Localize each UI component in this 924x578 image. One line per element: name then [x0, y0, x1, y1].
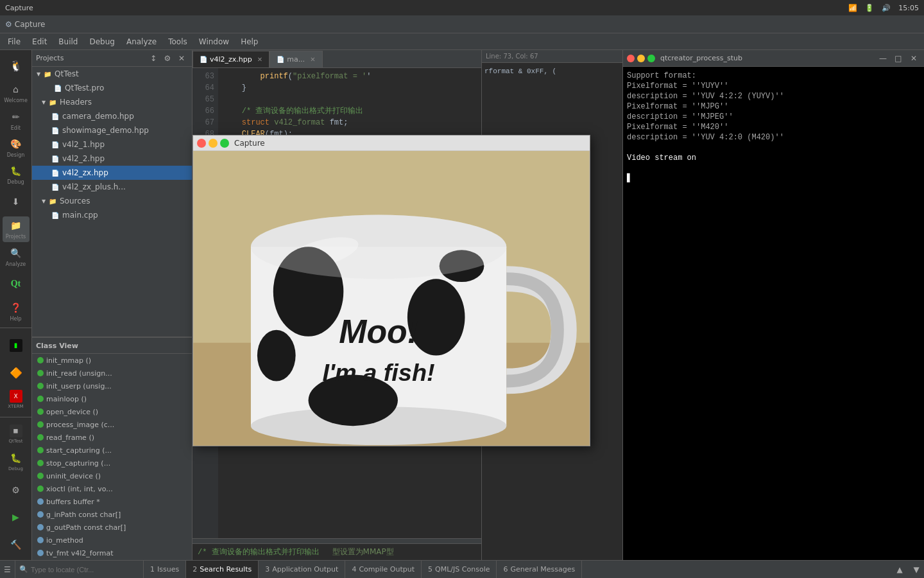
bottom-tab-compile-output[interactable]: 4 Compile Output [345, 561, 422, 578]
tree-item-v4l2-zx[interactable]: 📄 v4l2_zx.hpp [32, 166, 192, 180]
tree-item-main[interactable]: 📄 main.cpp [32, 208, 192, 222]
class-item-8[interactable]: stop_capturing (... [32, 457, 192, 469]
class-item-3[interactable]: mainloop () [32, 392, 192, 405]
class-item-10[interactable]: xioctl (int, int, vo... [32, 482, 192, 495]
class-item-5[interactable]: process_image (c... [32, 418, 192, 431]
projects-title: Projects [36, 54, 64, 62]
activity-icon-vlc[interactable]: 🔶 [3, 360, 30, 385]
bottom-tab-app-output[interactable]: 3 Application Output [259, 561, 345, 578]
close-btn[interactable]: ✕ [175, 52, 188, 65]
analyze-label: Analyze [6, 261, 26, 267]
tree-item-headers[interactable]: ▼ 📁 Headers [32, 95, 192, 109]
activity-icon-build2[interactable]: 🔨 [3, 532, 30, 557]
scroll-down-btn[interactable]: ▼ [909, 565, 924, 574]
terminal-menu-btn[interactable]: — [877, 52, 889, 65]
activity-icon-projects[interactable]: 📁 Projects [3, 216, 30, 242]
bottom-tab-issues[interactable]: 1 Issues [144, 561, 186, 578]
editor-tab-v4l2zx[interactable]: 📄 v4l2_zx.hpp ✕ [193, 51, 270, 67]
terminal-content[interactable]: Support format: Pixelformat = ''YUYV'' d… [623, 67, 924, 560]
activity-icon-analyze[interactable]: 🔍 Analyze [3, 243, 30, 269]
class-item-11[interactable]: buffers buffer * [32, 495, 192, 508]
xterm-label: XTERM [8, 404, 23, 409]
menu-build[interactable]: Build [53, 36, 83, 48]
bottom-tab-general-messages[interactable]: 6 General Messages [497, 561, 582, 578]
activity-icon-run[interactable]: ▶ [3, 504, 30, 530]
tree-item-qttest[interactable]: ▼ 📁 QtTest [32, 67, 192, 81]
activity-icon-download[interactable]: ⬇ [3, 189, 30, 215]
activity-icon-qttest[interactable]: ◼ QtTest [3, 421, 30, 447]
class-item-6[interactable]: read_frame () [32, 431, 192, 444]
activity-icon-qt[interactable]: Qt [3, 271, 30, 297]
search-input[interactable] [31, 566, 139, 574]
tab-close-v4l2zx[interactable]: ✕ [257, 56, 262, 63]
folder-icon: 📁 [42, 69, 53, 79]
class-item-0[interactable]: init_mmap () [32, 354, 192, 367]
sync-btn[interactable]: ↕ [147, 52, 160, 65]
activity-icon-welcome[interactable]: ⌂ Welcome [3, 80, 30, 105]
capture-max-btn[interactable] [220, 139, 229, 148]
activity-icon-edit[interactable]: ✏ Edit [3, 107, 30, 133]
class-item-label-12: g_inPath const char[] [46, 511, 121, 519]
editor-tab-ma[interactable]: 📄 ma... ✕ [270, 51, 322, 67]
menu-analyze[interactable]: Analyze [121, 36, 162, 48]
activity-icon-ubuntu[interactable]: 🐧 [3, 53, 30, 78]
class-dot-icon-10 [37, 486, 44, 492]
qt-icon: Qt [9, 277, 23, 291]
menu-tools[interactable]: Tools [163, 36, 193, 48]
activity-icon-settings[interactable]: ⚙ [3, 477, 30, 503]
system-bar: Capture 📶 🔋 🔊 15:05 [0, 0, 924, 15]
class-item-1[interactable]: init_read (unsign... [32, 367, 192, 380]
class-item-13[interactable]: g_outPath const char[] [32, 521, 192, 534]
bottom-tab-search-results[interactable]: 2 Search Results [186, 561, 259, 578]
mmap-text: 型设置为MMAP型 [332, 547, 394, 557]
menu-help[interactable]: Help [235, 36, 263, 48]
menu-debug[interactable]: Debug [84, 36, 119, 48]
tree-item-sources[interactable]: ▼ 📁 Sources [32, 194, 192, 208]
menu-edit[interactable]: Edit [27, 36, 52, 48]
arrow-icon: ▼ [35, 71, 42, 77]
class-item-4[interactable]: open_device () [32, 405, 192, 418]
terminal-close-x-btn[interactable]: ✕ [907, 52, 920, 65]
tree-item-v4l2-zx-plus[interactable]: 📄 v4l2_zx_plus.h... [32, 180, 192, 194]
help-label: Help [10, 316, 21, 322]
activity-icon-xterm[interactable]: X XTERM [3, 387, 30, 412]
activity-icon-terminal[interactable]: ▮ [3, 332, 30, 358]
tree-item-showimage[interactable]: 📄 showimage_demo.hpp [32, 123, 192, 137]
class-dot-icon-4 [37, 408, 44, 415]
filter-btn[interactable]: ⚙ [161, 52, 174, 65]
tab-close-ma[interactable]: ✕ [310, 56, 315, 63]
class-item-label-14: io_method [46, 536, 83, 545]
class-item-7[interactable]: start_capturing (... [32, 444, 192, 457]
class-item-15[interactable]: tv_fmt v4l2_format [32, 547, 192, 559]
terminal-max-btn[interactable] [647, 55, 655, 62]
class-item-14[interactable]: io_method [32, 534, 192, 547]
activity-icon-debug[interactable]: 🐛 Debug [3, 162, 30, 188]
menu-file[interactable]: File [3, 36, 26, 48]
terminal-close-btn[interactable] [627, 55, 635, 62]
tree-item-v4l2-2[interactable]: 📄 v4l2_2.hpp [32, 152, 192, 166]
tree-item-camera[interactable]: 📄 camera_demo.hpp [32, 109, 192, 123]
term-line-4: description = ''MJPEG'' [627, 112, 920, 122]
tree-item-pro[interactable]: 📄 QtTest.pro [32, 81, 192, 95]
class-item-9[interactable]: uninit_device () [32, 469, 192, 482]
activity-icon-debug2[interactable]: 🐛 Debug [3, 448, 30, 474]
download-icon: ⬇ [9, 195, 23, 209]
activity-icon-help[interactable]: ❓ Help [3, 298, 30, 324]
class-item-12[interactable]: g_inPath const char[] [32, 508, 192, 521]
terminal-min-btn[interactable] [637, 55, 645, 62]
class-item-16[interactable]: usr_buf BUFTYPE * [32, 559, 192, 560]
term-line-2: description = ''YUV 4:2:2 (YUYV)'' [627, 91, 920, 101]
bottom-tab-qml-console[interactable]: 5 QML/JS Console [422, 561, 497, 578]
tab-icon-v4l2zx: 📄 [200, 56, 207, 63]
bottom-menu-btn[interactable]: ☰ [0, 561, 15, 578]
tree-item-v4l2-1[interactable]: 📄 v4l2_1.hpp [32, 137, 192, 152]
scroll-up-btn[interactable]: ▲ [892, 565, 907, 574]
class-item-2[interactable]: init_userp (unsig... [32, 380, 192, 392]
tree-label-pro: QtTest.pro [65, 83, 104, 92]
menu-window[interactable]: Window [194, 36, 234, 48]
capture-close-btn[interactable] [197, 139, 206, 148]
capture-min-btn[interactable] [209, 139, 218, 148]
class-item-label-15: tv_fmt v4l2_format [46, 549, 113, 557]
terminal-float-btn[interactable]: □ [892, 52, 905, 65]
activity-icon-design[interactable]: 🎨 Design [3, 134, 30, 160]
